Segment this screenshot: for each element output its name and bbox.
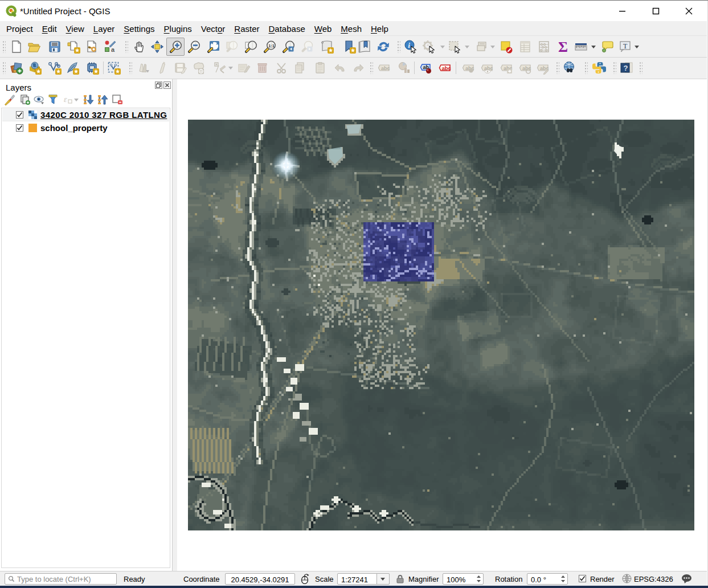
svg-text:abc: abc [381, 66, 390, 71]
svg-text:T: T [623, 42, 628, 50]
svg-text:ε: ε [64, 95, 67, 104]
svg-text:1:1: 1:1 [268, 43, 275, 48]
svg-text:Σ: Σ [558, 40, 568, 54]
svg-text:abc: abc [442, 65, 451, 71]
svg-text:a: a [111, 46, 115, 53]
svg-text:?: ? [624, 64, 628, 72]
